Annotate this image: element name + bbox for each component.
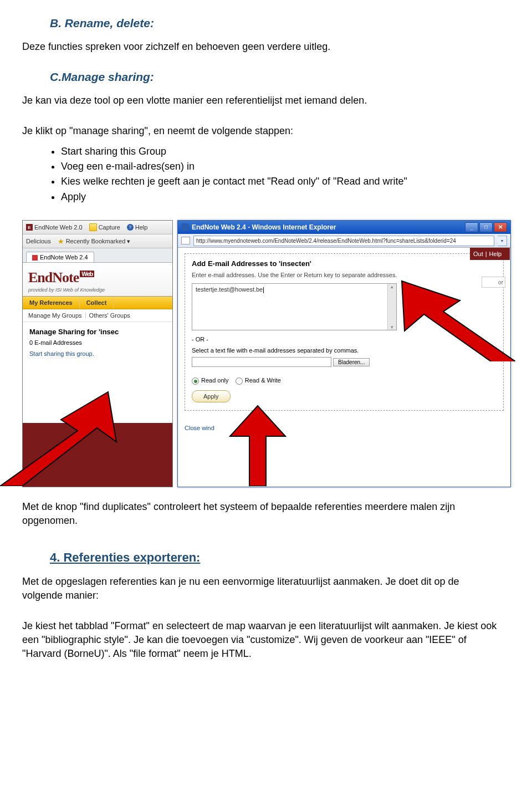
maximize-button[interactable]: □ — [479, 222, 493, 232]
subnav-others-groups[interactable]: Others' Groups — [89, 312, 134, 319]
bullet-item: Start sharing this Group — [61, 145, 499, 158]
para-c-intro2: Je klikt op "manage sharing", en neemt d… — [22, 124, 499, 138]
browser-window-left: EEndNote Web 2.0 Capture ?Help Delicious… — [22, 220, 173, 487]
bullet-item: Apply — [61, 191, 499, 203]
radio-read-write-label: Read & Write — [245, 377, 281, 384]
apply-button[interactable]: Apply — [192, 390, 231, 402]
favicon-icon — [32, 255, 38, 261]
capture-icon — [89, 223, 97, 231]
web-badge: Web — [80, 271, 94, 277]
bullet-item: Voeg een e-mail-adres(sen) in — [61, 160, 499, 173]
nav-my-references[interactable]: My References — [23, 297, 80, 309]
email-textarea[interactable]: testertje.test@howest.be ▴▾ — [192, 283, 397, 330]
out-help-strip: Out | Help — [470, 248, 510, 260]
delicious-button[interactable]: Delicious — [26, 238, 51, 244]
app-label: EEndNote Web 2.0 — [26, 224, 83, 231]
close-button[interactable]: ✕ — [494, 222, 507, 232]
bullet-list: Start sharing this Group Voeg een e-mail… — [61, 145, 499, 204]
window-title: EndNote Web 2.4 - Windows Internet Explo… — [192, 223, 336, 231]
footer-band — [23, 423, 172, 487]
capture-button[interactable]: Capture — [89, 223, 120, 231]
section4-para2: Je kiest het tabblad "Format" en selecte… — [22, 619, 499, 661]
permissions-row: Read only Read & Write — [192, 377, 497, 385]
tab-strip: EndNote Web 2.4 — [23, 248, 172, 263]
sub-nav: Manage My Groups Others' Groups — [23, 309, 172, 322]
page-icon — [181, 237, 190, 244]
endnote-logo-area: EndNoteWeb provided by ISI Web of Knowle… — [23, 263, 172, 297]
panel-heading: Add E-mail Addresses to 'insecten' — [192, 259, 497, 268]
help-button[interactable]: ?Help — [127, 224, 148, 231]
section-title-4: 4. Referenties exporteren: — [50, 550, 499, 565]
main-nav: My References Collect — [23, 297, 172, 309]
help-icon: ? — [127, 224, 134, 231]
bullet-item: Kies welke rechten je geeft aan je conta… — [61, 175, 499, 188]
screenshot-figure: EEndNote Web 2.0 Capture ?Help Delicious… — [22, 220, 510, 486]
titlebar: EndNote Web 2.4 - Windows Internet Explo… — [178, 221, 510, 234]
textarea-scrollbar[interactable]: ▴▾ — [387, 284, 396, 330]
endnote-brand: EndNoteWeb — [28, 269, 79, 286]
toolbar-row-1: EEndNote Web 2.0 Capture ?Help — [23, 221, 172, 234]
popup-body: Add E-mail Addresses to 'insecten' Enter… — [178, 248, 510, 487]
file-select-label: Select a text file with e-mail addresses… — [192, 347, 497, 354]
radio-read-only-label: Read only — [201, 377, 229, 384]
start-sharing-link[interactable]: Start sharing this group. — [29, 350, 166, 357]
section-title-c: C.Manage sharing: — [50, 70, 499, 84]
section-title-b: B. Rename, delete: — [50, 17, 499, 30]
after-shot-para: Met de knop "find duplicates" controleer… — [22, 500, 499, 528]
radio-read-only[interactable] — [192, 377, 199, 385]
star-icon: ★ — [58, 237, 64, 246]
para-c-intro: Je kan via deze tool op een vlotte manie… — [22, 94, 499, 108]
or-separator: - OR - — [192, 336, 497, 343]
recently-bookmarked[interactable]: ★Recently Bookmarked ▾ — [58, 237, 131, 246]
brand-subtitle: provided by ISI Web of Knowledge — [28, 287, 167, 293]
endnote-icon: E — [26, 224, 33, 231]
add-emails-panel: Add E-mail Addresses to 'insecten' Enter… — [185, 253, 504, 411]
toolbar-row-2: Delicious ★Recently Bookmarked ▾ — [23, 234, 172, 248]
section4-para1: Met de opgeslagen referenties kan je nu … — [22, 575, 499, 603]
subnav-manage-groups[interactable]: Manage My Groups — [28, 312, 86, 319]
url-dropdown[interactable]: ▾ — [498, 236, 507, 246]
file-path-input[interactable] — [192, 357, 331, 367]
or-input-fragment: or — [482, 277, 505, 288]
content-heading: Manage Sharing for 'insec — [29, 328, 166, 336]
popup-window: EndNote Web 2.4 - Windows Internet Explo… — [177, 220, 511, 487]
para-b: Deze functies spreken voor zichzelf en b… — [22, 40, 499, 54]
nav-collect[interactable]: Collect — [80, 297, 114, 309]
radio-read-write[interactable] — [236, 377, 243, 385]
panel-description: Enter e-mail addresses. Use the Enter or… — [192, 271, 497, 279]
content-panel: Manage Sharing for 'insec 0 E-mail Addre… — [23, 322, 172, 367]
address-bar: http://www.myendnoteweb.com/EndNoteWeb/2… — [178, 234, 510, 248]
close-window-link[interactable]: Close wind — [185, 425, 504, 431]
ie-icon — [181, 223, 189, 231]
browser-tab[interactable]: EndNote Web 2.4 — [26, 252, 94, 262]
minimize-button[interactable]: _ — [465, 222, 478, 232]
email-count: 0 E-mail Addresses — [29, 339, 166, 346]
browse-button[interactable]: Bladeren... — [333, 358, 370, 366]
url-field[interactable]: http://www.myendnoteweb.com/EndNoteWeb/2… — [193, 236, 494, 246]
